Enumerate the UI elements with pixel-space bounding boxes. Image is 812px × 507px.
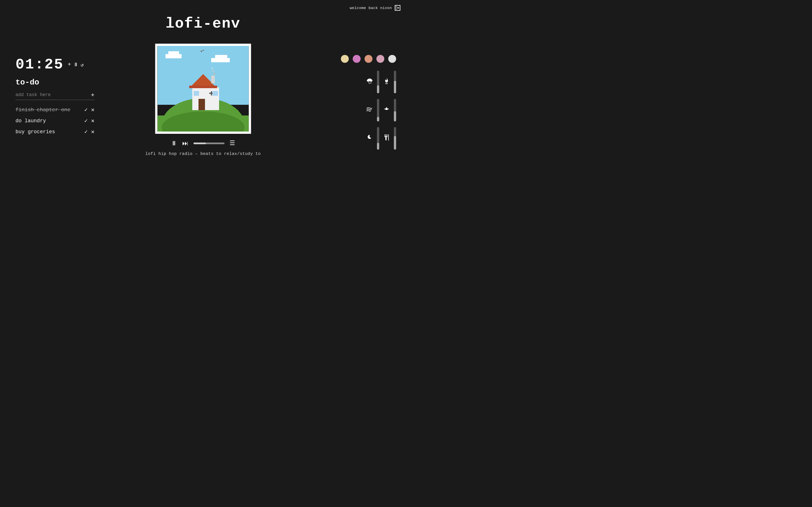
sound-row-night <box>331 127 396 150</box>
task-check-3[interactable]: ✓ <box>84 128 88 135</box>
add-task-input[interactable] <box>15 93 91 98</box>
svg-rect-15 <box>211 75 214 83</box>
song-title: lofi hip hop radio – beats to relax/stud… <box>145 152 260 156</box>
rain-slider-fill <box>377 86 379 93</box>
task-item: buy groceries ✓ ✕ <box>15 128 94 135</box>
night-slider-fill <box>377 143 379 150</box>
bird-icon <box>382 106 391 115</box>
task-delete-3[interactable]: ✕ <box>91 128 94 135</box>
task-label-3: buy groceries <box>15 129 81 135</box>
sound-row-wind <box>331 99 396 121</box>
sound-row-rain <box>331 71 396 93</box>
welcome-text: welcome back nixon <box>350 6 392 10</box>
header: welcome back nixon <box>350 5 400 11</box>
svg-rect-14 <box>189 86 217 89</box>
color-dot-2[interactable] <box>353 55 361 63</box>
todo-title: to-do <box>15 78 94 87</box>
add-task-button[interactable]: + <box>91 91 94 99</box>
svg-rect-19 <box>194 91 199 96</box>
svg-rect-2 <box>168 51 179 55</box>
svg-rect-27 <box>370 83 370 84</box>
fire-slider-fill <box>394 81 396 93</box>
player-controls: ⏸ ⏭ ☰ <box>171 139 235 147</box>
pause-button[interactable]: ⏸ <box>171 140 177 147</box>
cafe-icon <box>382 133 391 144</box>
playlist-button[interactable]: ☰ <box>230 139 235 147</box>
timer-refresh[interactable]: ↺ <box>81 62 84 68</box>
color-dot-5[interactable] <box>388 55 396 63</box>
skip-button[interactable]: ⏭ <box>182 140 188 147</box>
logout-button[interactable] <box>395 5 400 11</box>
left-panel: 01:25 + ⏸ ↺ to-do + finish chapter one ✓… <box>15 56 94 135</box>
timer-row: 01:25 + ⏸ ↺ <box>15 56 94 73</box>
task-check-1[interactable]: ✓ <box>84 106 88 113</box>
progress-fill <box>193 143 206 144</box>
color-dot-3[interactable] <box>364 55 372 63</box>
app-title: lofi-env <box>165 15 241 32</box>
svg-rect-7 <box>201 52 202 52</box>
wind-icon <box>365 105 374 115</box>
color-dot-1[interactable] <box>341 55 349 63</box>
right-panel <box>331 55 396 150</box>
fire-icon <box>382 77 391 87</box>
svg-rect-26 <box>368 82 369 83</box>
svg-point-30 <box>386 108 388 110</box>
svg-rect-4 <box>215 55 227 59</box>
wind-slider-fill <box>377 117 379 121</box>
svg-rect-34 <box>385 136 388 137</box>
svg-rect-36 <box>388 134 389 140</box>
task-item: do laundry ✓ ✕ <box>15 117 94 124</box>
svg-rect-28 <box>371 82 371 83</box>
rain-icon <box>365 77 374 87</box>
color-palette <box>331 55 396 63</box>
svg-rect-20 <box>212 91 218 96</box>
center-panel: ⏸ ⏭ ☰ lofi hip hop radio – beats to rela… <box>145 44 260 156</box>
wind-slider[interactable] <box>377 99 379 121</box>
svg-rect-18 <box>211 91 212 96</box>
album-art <box>155 44 251 134</box>
task-label-1: finish chapter one <box>15 107 81 113</box>
cafe-slider[interactable] <box>394 127 396 150</box>
add-task-row: + <box>15 91 94 100</box>
task-list: finish chapter one ✓ ✕ do laundry ✓ ✕ bu… <box>15 106 94 135</box>
svg-point-25 <box>370 79 372 82</box>
bird-slider[interactable] <box>394 99 396 121</box>
rain-slider[interactable] <box>377 71 379 93</box>
svg-rect-9 <box>212 70 214 72</box>
timer-pause[interactable]: ⏸ <box>73 62 79 68</box>
color-dot-4[interactable] <box>376 55 384 63</box>
task-check-2[interactable]: ✓ <box>84 117 88 124</box>
task-label-2: do laundry <box>15 118 81 124</box>
progress-bar[interactable] <box>193 143 224 144</box>
cafe-slider-fill <box>394 136 396 150</box>
night-slider[interactable] <box>377 127 379 150</box>
timer-controls: + ⏸ ↺ <box>68 61 84 68</box>
bird-slider-fill <box>394 111 396 121</box>
svg-point-24 <box>367 79 370 82</box>
svg-rect-35 <box>386 137 387 140</box>
task-delete-2[interactable]: ✕ <box>91 117 94 124</box>
fire-slider[interactable] <box>394 71 396 93</box>
svg-rect-5 <box>200 51 202 52</box>
moon-icon <box>365 134 374 143</box>
timer-add[interactable]: + <box>68 61 71 68</box>
svg-rect-6 <box>202 50 204 51</box>
svg-rect-8 <box>213 73 215 75</box>
svg-rect-10 <box>211 67 213 69</box>
svg-point-29 <box>385 82 388 84</box>
task-delete-1[interactable]: ✕ <box>91 106 94 113</box>
task-item: finish chapter one ✓ ✕ <box>15 106 94 113</box>
timer-display: 01:25 <box>15 56 64 73</box>
svg-rect-16 <box>199 99 205 110</box>
svg-rect-12 <box>192 87 219 110</box>
